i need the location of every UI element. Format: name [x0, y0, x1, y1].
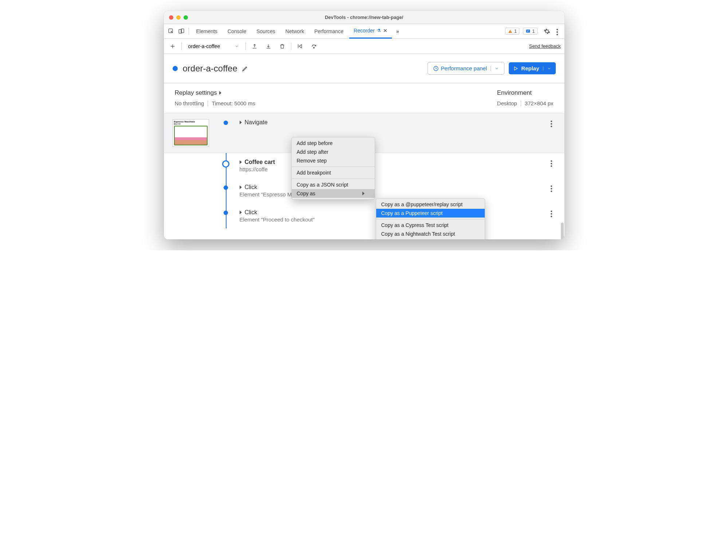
- replay-button[interactable]: Replay: [509, 62, 555, 74]
- expand-icon[interactable]: [240, 211, 242, 214]
- tab-elements[interactable]: Elements: [192, 24, 222, 39]
- more-options-icon[interactable]: [553, 27, 562, 36]
- tab-performance[interactable]: Performance: [310, 24, 348, 39]
- window-title: DevTools - chrome://new-tab-page/: [164, 15, 564, 20]
- devtools-window: DevTools - chrome://new-tab-page/ Elemen…: [164, 11, 564, 239]
- ctx-remove-step[interactable]: Remove step: [292, 156, 375, 165]
- edit-title-icon[interactable]: [242, 65, 248, 72]
- viewport-value: 372×804 px: [525, 100, 554, 106]
- step-over-icon[interactable]: [309, 41, 319, 51]
- badge-count: 1: [532, 28, 535, 34]
- menu-label: Add step before: [297, 140, 333, 146]
- replay-settings-heading[interactable]: Replay settings: [175, 89, 255, 97]
- chevron-right-icon: [219, 91, 221, 95]
- menu-label: Add breakpoint: [297, 170, 331, 176]
- chevron-down-icon[interactable]: [543, 66, 551, 71]
- ctx-copy-as[interactable]: Copy as: [292, 189, 375, 198]
- tab-label: Performance: [314, 28, 343, 34]
- expand-icon[interactable]: [240, 185, 242, 189]
- badge-count: 1: [514, 28, 517, 34]
- scrollbar[interactable]: [561, 223, 564, 239]
- menu-label: Copy as a @puppeteer/replay script: [381, 201, 463, 207]
- tab-label: Elements: [196, 28, 217, 34]
- environment-values: Desktop 372×804 px: [497, 100, 554, 106]
- context-menu: Add step before Add step after Remove st…: [291, 137, 375, 200]
- step-thumbnail: Espresso Macchiato $12.00: [173, 119, 209, 147]
- replay-settings-values: No throttling Timeout: 5000 ms: [175, 100, 255, 106]
- import-icon[interactable]: [263, 41, 274, 51]
- tab-label: Recorder: [354, 28, 375, 34]
- inspect-icon[interactable]: [167, 27, 176, 36]
- sub-copy-webdriverio[interactable]: Copy as a WebdriverIO Test script: [376, 238, 485, 239]
- step-menu-button[interactable]: [547, 209, 556, 217]
- step-subtitle: Element "Espresso Macchiato": [240, 191, 547, 197]
- thumb-price: $12.00: [174, 123, 208, 125]
- device-value: Desktop: [497, 100, 517, 106]
- timeline-marker: [224, 185, 228, 190]
- warnings-badge[interactable]: 1: [505, 28, 519, 35]
- timeline-marker: [224, 211, 228, 215]
- more-tabs-icon[interactable]: »: [393, 27, 402, 36]
- menu-label: Add step after: [297, 149, 328, 155]
- recording-name: order-a-coffee: [188, 43, 220, 49]
- issues-badge[interactable]: 1: [523, 28, 537, 35]
- settings-icon[interactable]: [543, 27, 551, 36]
- step-subtitle: https://coffe: [240, 166, 547, 172]
- chevron-down-icon: [235, 44, 239, 48]
- step-title: Click: [245, 209, 257, 216]
- export-icon[interactable]: [249, 41, 260, 51]
- step-title: Coffee cart: [245, 159, 275, 165]
- tabstrip: Elements Console Sources Network Perform…: [164, 24, 564, 39]
- heading-label: Replay settings: [175, 89, 217, 97]
- button-label: Performance panel: [441, 65, 487, 71]
- performance-panel-button[interactable]: Performance panel: [428, 62, 505, 75]
- context-submenu: Copy as a @puppeteer/replay script Copy …: [376, 198, 485, 239]
- sub-copy-puppeteer[interactable]: Copy as a Puppeteer script: [376, 209, 485, 218]
- tab-label: Console: [228, 28, 246, 34]
- menu-label: Copy as: [297, 191, 315, 196]
- sub-copy-puppeteer-replay[interactable]: Copy as a @puppeteer/replay script: [376, 200, 485, 209]
- menu-label: Copy as a Puppeteer script: [381, 210, 443, 216]
- tab-sources[interactable]: Sources: [252, 24, 279, 39]
- expand-icon[interactable]: [240, 121, 242, 124]
- close-tab-icon[interactable]: ✕: [383, 28, 387, 34]
- recording-title: order-a-coffee: [183, 63, 237, 74]
- delete-icon[interactable]: [277, 41, 287, 51]
- tab-console[interactable]: Console: [223, 24, 251, 39]
- tab-network[interactable]: Network: [281, 24, 308, 39]
- steps-timeline: Espresso Macchiato $12.00 Navigate Coffe…: [164, 113, 564, 239]
- step-replay-icon[interactable]: [295, 41, 305, 51]
- separator: [291, 43, 291, 50]
- settings-row: Replay settings No throttling Timeout: 5…: [164, 83, 564, 113]
- button-label: Replay: [521, 65, 539, 71]
- tab-recorder[interactable]: Recorder ⚗ ✕: [349, 24, 392, 39]
- separator: [521, 101, 521, 106]
- recording-select[interactable]: order-a-coffee: [185, 43, 242, 49]
- send-feedback-link[interactable]: Send feedback: [529, 43, 561, 49]
- ctx-add-step-before[interactable]: Add step before: [292, 139, 375, 148]
- device-toggle-icon[interactable]: [177, 27, 186, 36]
- menu-separator: [292, 179, 375, 179]
- heading-label: Environment: [497, 89, 532, 97]
- tab-label: Network: [286, 28, 304, 34]
- chevron-right-icon: [362, 192, 365, 195]
- step-menu-button[interactable]: [547, 119, 556, 127]
- ctx-copy-json[interactable]: Copy as a JSON script: [292, 180, 375, 189]
- expand-icon[interactable]: [240, 160, 242, 164]
- menu-separator: [292, 167, 375, 167]
- separator: [245, 43, 246, 50]
- step-row[interactable]: Click Element "Proceed to checkout": [164, 203, 564, 228]
- ctx-add-step-after[interactable]: Add step after: [292, 148, 375, 156]
- step-menu-button[interactable]: [547, 159, 556, 167]
- sub-copy-cypress[interactable]: Copy as a Cypress Test script: [376, 221, 485, 230]
- new-recording-icon[interactable]: [168, 41, 178, 51]
- ctx-add-breakpoint[interactable]: Add breakpoint: [292, 168, 375, 177]
- step-menu-button[interactable]: [547, 184, 556, 192]
- separator: [189, 28, 189, 35]
- menu-label: Copy as a JSON script: [297, 182, 349, 188]
- step-title: Navigate: [245, 119, 268, 126]
- sub-copy-nightwatch[interactable]: Copy as a Nightwatch Test script: [376, 230, 485, 238]
- chevron-down-icon[interactable]: [491, 66, 499, 71]
- menu-separator: [376, 219, 485, 219]
- step-title: Click: [245, 184, 257, 191]
